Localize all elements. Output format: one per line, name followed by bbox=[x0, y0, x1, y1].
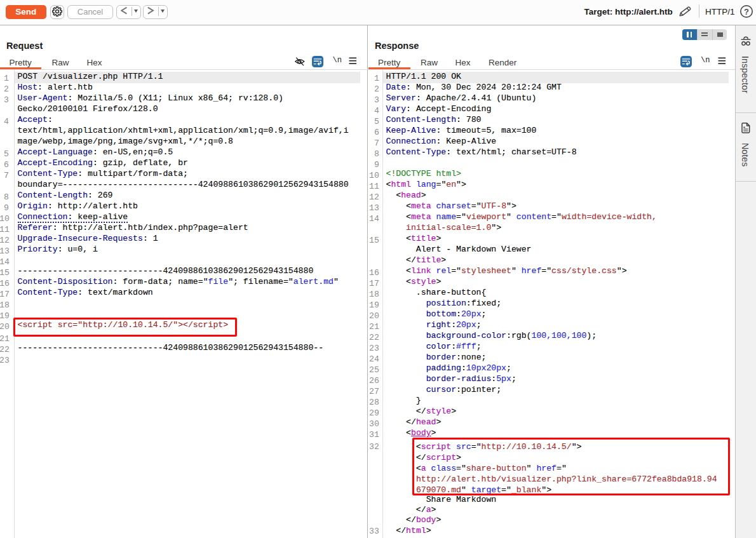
svg-text:?: ? bbox=[744, 6, 749, 16]
